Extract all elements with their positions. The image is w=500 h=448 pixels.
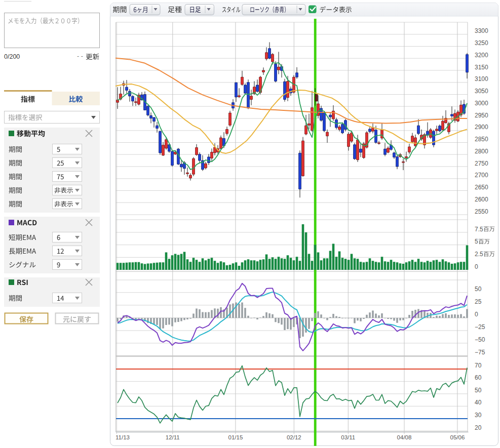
svg-text:25: 25	[475, 298, 482, 305]
svg-text:2800: 2800	[475, 148, 488, 155]
svg-text:5: 5	[475, 238, 478, 245]
svg-text:0: 0	[475, 311, 478, 318]
svg-text:01/15: 01/15	[228, 434, 243, 440]
svg-text:- -: - -	[77, 53, 83, 60]
svg-text:0: 0	[475, 263, 478, 270]
svg-text:60: 60	[475, 374, 482, 381]
svg-text:7.5: 7.5	[475, 226, 483, 233]
svg-text:3050: 3050	[475, 88, 488, 95]
svg-text:50: 50	[475, 286, 482, 293]
svg-text:3300: 3300	[475, 27, 488, 34]
svg-text:50: 50	[475, 387, 482, 394]
svg-text:70: 70	[475, 362, 482, 369]
svg-text:2700: 2700	[475, 172, 488, 179]
svg-text:03/11: 03/11	[341, 434, 355, 440]
svg-text:2600: 2600	[475, 196, 488, 203]
svg-text:20: 20	[475, 424, 482, 431]
svg-text:2900: 2900	[475, 124, 488, 131]
svg-text:−50: −50	[475, 336, 485, 343]
svg-text:04/08: 04/08	[397, 434, 412, 440]
svg-text:2750: 2750	[475, 160, 488, 167]
svg-text:3250: 3250	[475, 39, 488, 47]
svg-text:40: 40	[475, 399, 482, 406]
svg-text:2950: 2950	[475, 112, 488, 119]
svg-text:11/13: 11/13	[116, 434, 130, 440]
svg-text:2850: 2850	[475, 136, 488, 143]
svg-text:30: 30	[475, 412, 482, 419]
svg-text:02/12: 02/12	[287, 434, 301, 440]
svg-text:2.5: 2.5	[475, 251, 483, 258]
svg-text:0/200: 0/200	[4, 53, 20, 60]
svg-text:−25: −25	[475, 323, 485, 331]
svg-text:05/06: 05/06	[450, 434, 465, 440]
svg-text:3000: 3000	[475, 100, 488, 107]
svg-text:3150: 3150	[475, 64, 488, 71]
svg-text:12/11: 12/11	[166, 434, 180, 440]
svg-text:3100: 3100	[475, 75, 488, 83]
svg-text:−75: −75	[475, 349, 485, 356]
svg-text:2550: 2550	[475, 208, 488, 215]
svg-text:2650: 2650	[475, 184, 488, 191]
svg-text:3200: 3200	[475, 52, 488, 59]
